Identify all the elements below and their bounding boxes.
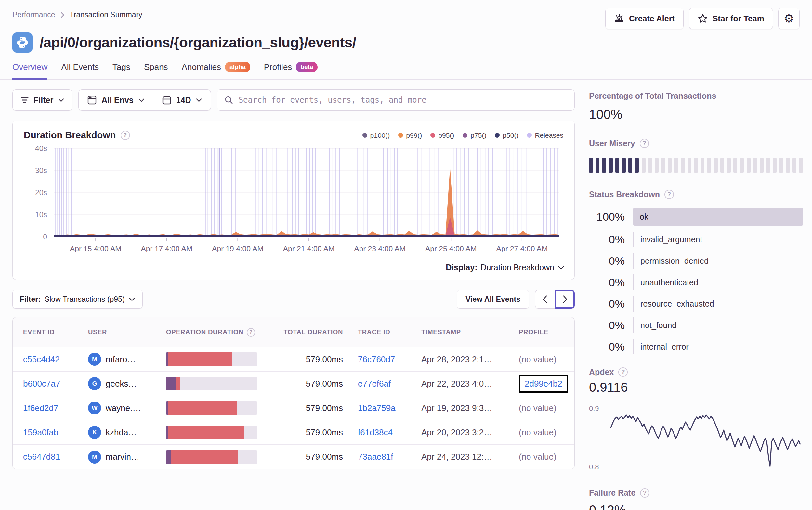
- trace-id-link[interactable]: 76c760d7: [358, 354, 421, 364]
- user-name: wayne.…: [106, 403, 141, 413]
- date-range-selector[interactable]: 14D: [153, 90, 211, 111]
- filter-dropdown-button[interactable]: Filter: [12, 89, 72, 111]
- event-id-link[interactable]: b600c7a7: [23, 379, 88, 389]
- legend-dot: [495, 133, 500, 138]
- profile-no-value: (no value): [519, 354, 556, 364]
- help-icon[interactable]: [640, 488, 649, 498]
- event-id-link[interactable]: c5647d81: [23, 452, 88, 462]
- help-icon[interactable]: [640, 139, 649, 148]
- tab-anomalies[interactable]: Anomaliesalpha: [182, 62, 250, 80]
- svg-text:40s: 40s: [35, 144, 47, 153]
- misery-tick: [615, 158, 619, 173]
- event-id-link[interactable]: 1f6ed2d7: [23, 403, 88, 413]
- status-percent: 100%: [589, 210, 625, 223]
- display-value[interactable]: Duration Breakdown: [481, 263, 554, 272]
- total-duration-cell: 579.00ms: [277, 354, 358, 364]
- calendar-icon: [162, 95, 172, 105]
- legend-item-p50[interactable]: p50(): [495, 131, 519, 139]
- table-row: 159a0fabKkzhda…579.00msf61d38c4Apr 20, 2…: [13, 420, 574, 445]
- tab-spans[interactable]: Spans: [144, 62, 168, 80]
- events-table: EVENT IDUSEROPERATION DURATIONTOTAL DURA…: [12, 317, 575, 470]
- search-input[interactable]: [239, 95, 567, 104]
- gear-icon: ⚙: [784, 13, 794, 24]
- search-icon: [224, 95, 233, 104]
- next-page-button[interactable]: [555, 290, 574, 308]
- star-for-team-button[interactable]: Star for Team: [689, 8, 773, 29]
- misery-tick: [727, 158, 731, 173]
- event-id-link[interactable]: 159a0fab: [23, 427, 88, 438]
- tab-bar: OverviewAll EventsTagsSpansAnomaliesalph…: [0, 62, 812, 80]
- breadcrumb-performance[interactable]: Performance: [12, 10, 55, 19]
- tab-overview[interactable]: Overview: [12, 62, 48, 80]
- status-label-unauthenticated: unauthenticated: [633, 274, 803, 290]
- header-actions: Create Alert Star for Team ⚙: [605, 8, 800, 29]
- total-transactions-section: Percentage of Total Transactions 100%: [589, 91, 803, 122]
- legend-label: p50(): [502, 131, 519, 139]
- misery-tick: [700, 158, 704, 173]
- bar-segment-purple: [166, 450, 171, 464]
- settings-button[interactable]: ⚙: [778, 8, 800, 29]
- column-header-user: USER: [88, 328, 166, 336]
- previous-page-button[interactable]: [535, 290, 555, 308]
- user-cell: Kkzhda…: [88, 426, 166, 439]
- tab-tags[interactable]: Tags: [113, 62, 130, 80]
- main-content: Filter All Envs 14D: [0, 89, 812, 510]
- trace-id-link[interactable]: 73aae81f: [358, 452, 421, 462]
- help-icon[interactable]: [247, 328, 255, 336]
- user-misery-section: User Misery: [589, 139, 803, 173]
- column-header-profile: PROFILE: [519, 328, 564, 336]
- create-alert-button[interactable]: Create Alert: [605, 8, 684, 29]
- slow-transactions-filter[interactable]: Filter: Slow Transactions (p95): [12, 290, 143, 309]
- misery-tick: [681, 158, 685, 173]
- star-for-team-label: Star for Team: [713, 14, 764, 23]
- help-icon[interactable]: [664, 190, 674, 199]
- profile-cell: (no value): [519, 427, 564, 438]
- legend-item-p100[interactable]: p100(): [362, 131, 390, 139]
- total-duration-cell: 579.00ms: [277, 427, 358, 438]
- trace-id-link[interactable]: 1b2a759a: [358, 403, 421, 413]
- duration-breakdown-chart[interactable]: 010s20s30s40sApr 15 4:00 AMApr 17 4:00 A…: [24, 142, 563, 252]
- operation-duration-bar: [166, 353, 257, 366]
- legend-item-p99[interactable]: p99(): [398, 131, 422, 139]
- avatar: G: [88, 377, 101, 390]
- chevron-left-icon: [543, 295, 548, 303]
- user-cell: Wwayne.…: [88, 401, 166, 415]
- misery-tick: [773, 158, 777, 173]
- svg-text:0: 0: [43, 233, 47, 241]
- search-bar: [217, 89, 575, 111]
- top-bar: Performance Transaction Summary Create A…: [0, 0, 812, 29]
- trace-id-link[interactable]: e77ef6af: [358, 379, 421, 389]
- avatar: W: [88, 401, 101, 415]
- chevron-down-icon[interactable]: [557, 265, 564, 270]
- event-id-link[interactable]: c55c4d42: [23, 354, 88, 364]
- legend-label: p100(): [370, 131, 390, 139]
- alpha-badge: alpha: [225, 62, 250, 72]
- trace-id-link[interactable]: f61d38c4: [358, 427, 421, 438]
- status-row-internal_error: 0%internal_error: [589, 339, 803, 354]
- help-icon[interactable]: [121, 130, 130, 140]
- total-transactions-value: 100%: [589, 107, 803, 122]
- profile-link[interactable]: 2d99e4b2: [525, 379, 562, 389]
- failure-rate-value: 0.12%: [589, 503, 803, 510]
- view-all-events-button[interactable]: View All Events: [457, 290, 529, 309]
- operation-duration-cell: [166, 450, 277, 464]
- environment-selector[interactable]: All Envs: [79, 90, 153, 111]
- tab-label: Overview: [12, 62, 48, 72]
- misery-tick: [747, 158, 751, 173]
- tab-all-events[interactable]: All Events: [61, 62, 99, 80]
- legend-dot: [398, 133, 403, 138]
- misery-tick: [642, 158, 645, 173]
- status-row-resource_exhausted: 0%resource_exhausted: [589, 296, 803, 311]
- legend-item-p75[interactable]: p75(): [463, 131, 486, 139]
- user-name: mfaro…: [106, 354, 136, 364]
- operation-duration-cell: [166, 425, 277, 439]
- column-header-timestamp: TIMESTAMP: [421, 328, 519, 336]
- legend-item-p95[interactable]: p95(): [430, 131, 454, 139]
- legend-item-Releases[interactable]: Releases: [527, 131, 563, 139]
- help-icon[interactable]: [618, 367, 628, 377]
- tab-profiles[interactable]: Profilesbeta: [264, 62, 318, 80]
- table-row: c55c4d42Mmfaro…579.00ms76c760d7Apr 28, 2…: [13, 347, 574, 371]
- misery-tick: [694, 158, 698, 173]
- apdex-axis-top: 0.9: [589, 404, 608, 413]
- legend-dot: [527, 133, 532, 138]
